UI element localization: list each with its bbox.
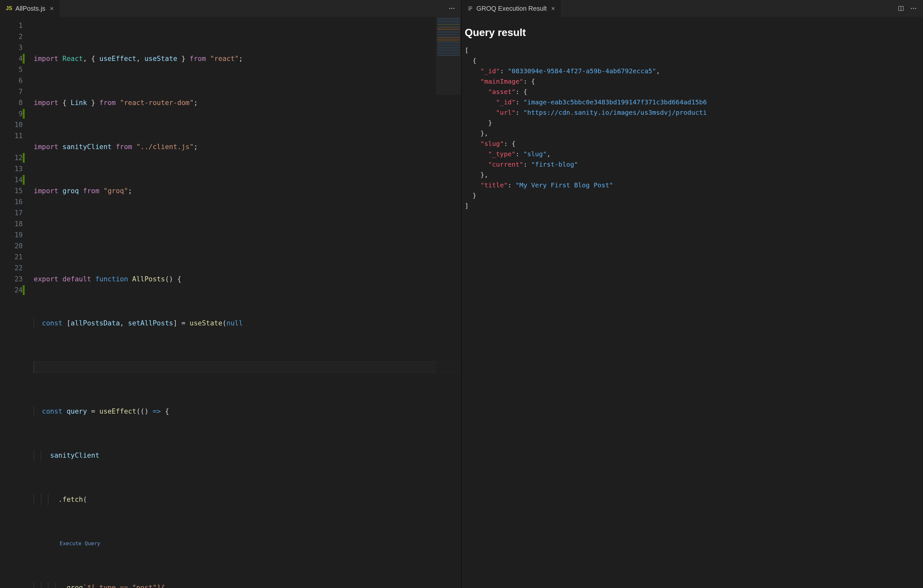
line-number: 4 <box>0 53 23 64</box>
code-editor[interactable]: 1234567891011 12131415161718192021222324… <box>0 17 461 588</box>
close-icon[interactable]: × <box>550 5 557 12</box>
line-number: 17 <box>0 208 23 218</box>
line-number: 21 <box>0 252 23 262</box>
line-number: 10 <box>0 119 23 130</box>
split-editor-icon[interactable] <box>898 5 904 11</box>
line-number: 7 <box>0 86 23 97</box>
result-pane: GROQ Execution Result × Query result [ {… <box>462 0 923 588</box>
line-number-gutter: 1234567891011 12131415161718192021222324 <box>0 17 25 588</box>
tab-result-title: GROQ Execution Result <box>476 5 547 12</box>
line-number: 8 <box>0 97 23 108</box>
line-number: 22 <box>0 262 23 274</box>
left-tab-bar: JS AllPosts.js × <box>0 0 461 17</box>
result-body: Query result [ { "_id": "0833094e-9584-4… <box>462 17 923 588</box>
result-heading: Query result <box>465 26 920 39</box>
svg-point-10 <box>915 8 916 9</box>
line-number: 1 <box>0 20 23 31</box>
svg-point-2 <box>453 8 454 9</box>
line-number: 11 <box>0 130 23 141</box>
close-icon[interactable]: × <box>49 5 55 12</box>
line-number: 5 <box>0 64 23 75</box>
line-number: 23 <box>0 274 23 285</box>
tab-filename: AllPosts.js <box>16 5 45 12</box>
more-actions-icon[interactable] <box>448 5 455 12</box>
right-tab-bar: GROQ Execution Result × <box>462 0 923 17</box>
tab-allposts[interactable]: JS AllPosts.js × <box>0 0 60 17</box>
line-number: 14 <box>0 174 23 185</box>
preview-icon <box>467 5 473 11</box>
svg-point-9 <box>913 8 914 9</box>
minimap[interactable] <box>436 17 461 588</box>
line-number: 12 <box>0 152 23 163</box>
line-number: 24 <box>0 285 23 296</box>
codelens-execute-query[interactable]: Execute Query <box>34 538 461 549</box>
svg-point-8 <box>911 8 912 9</box>
cursor-line <box>34 362 461 373</box>
line-number: 20 <box>0 241 23 252</box>
line-number: 13 <box>0 163 23 174</box>
svg-point-0 <box>449 8 450 9</box>
line-number: 18 <box>0 218 23 229</box>
line-number: 19 <box>0 229 23 241</box>
line-number: 9 <box>0 108 23 119</box>
code-area[interactable]: import React, { useEffect, useState } fr… <box>25 17 461 588</box>
svg-point-1 <box>451 8 452 9</box>
line-number: 16 <box>0 197 23 208</box>
tab-groq-result[interactable]: GROQ Execution Result × <box>462 0 561 17</box>
line-number: 3 <box>0 42 23 53</box>
js-file-icon: JS <box>6 5 12 11</box>
line-number: 6 <box>0 75 23 86</box>
line-number: 15 <box>0 185 23 197</box>
line-number: 2 <box>0 31 23 42</box>
more-actions-icon[interactable] <box>910 5 917 12</box>
editor-pane: JS AllPosts.js × 1234567891011 121314151… <box>0 0 462 588</box>
json-output[interactable]: [ { "_id": "0833094e-9584-4f27-a59b-4ab6… <box>465 45 920 211</box>
